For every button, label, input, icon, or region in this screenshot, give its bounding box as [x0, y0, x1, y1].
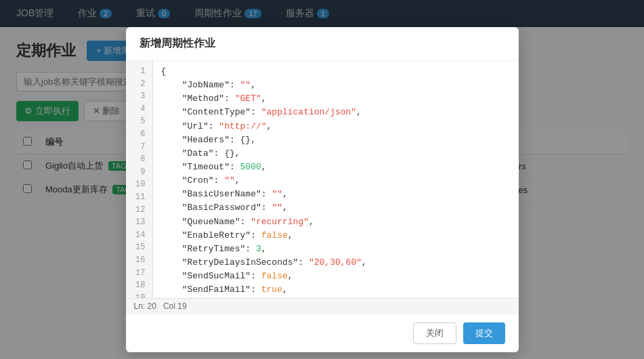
code-editor[interactable]: 123456789101112131415161718192021 { "Job… — [126, 61, 519, 215]
modal: 新增周期性作业 12345678910111213141516171819202… — [126, 27, 519, 215]
modal-body: 123456789101112131415161718192021 { "Job… — [126, 61, 519, 215]
code-content[interactable]: { "JobName": "", "Method": "GET", "Conte… — [153, 61, 519, 215]
modal-overlay: 新增周期性作业 12345678910111213141516171819202… — [0, 0, 644, 215]
line-numbers: 123456789101112131415161718192021 — [126, 61, 153, 215]
modal-header: 新增周期性作业 — [126, 27, 519, 61]
